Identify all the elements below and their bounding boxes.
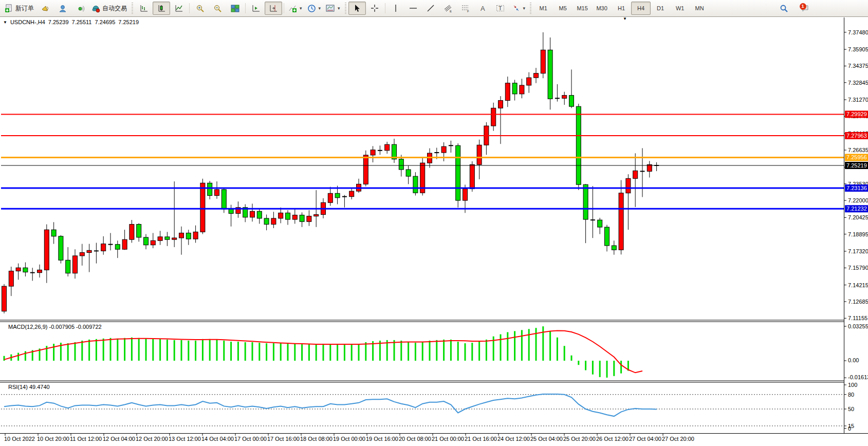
- candle-body: [562, 96, 567, 99]
- macd-tick-label: 0.032551: [848, 323, 868, 329]
- candle-body: [399, 159, 403, 170]
- zoom-in-icon: [196, 4, 205, 13]
- chart-shift-button[interactable]: [265, 2, 282, 15]
- ohlc-close: 7.25219: [118, 19, 139, 25]
- time-tick-label: 26 Oct 12:00: [596, 436, 629, 442]
- toolbar-separator: [189, 3, 190, 13]
- horn-icon: [41, 4, 50, 13]
- time-tick-label: 19 Oct 00:00: [333, 436, 365, 442]
- timeframe-button-H1[interactable]: H1: [612, 2, 631, 15]
- tile-windows-button[interactable]: [226, 2, 244, 15]
- candle-body: [619, 193, 623, 250]
- candle-body: [130, 225, 134, 240]
- candle-body: [9, 271, 13, 286]
- text-label-icon: T: [496, 4, 505, 12]
- new-order-button[interactable]: 新订单: [2, 2, 36, 15]
- search-button[interactable]: [775, 2, 792, 15]
- arrows-button[interactable]: ▾: [509, 2, 528, 15]
- candle-body: [349, 191, 354, 197]
- chart-menu-icon[interactable]: ▼: [3, 20, 7, 25]
- candle-body: [165, 237, 170, 239]
- candlestick-icon: [157, 4, 166, 12]
- candle-body: [264, 218, 269, 225]
- chart-window: 7.374807.359057.343757.328457.312707.297…: [0, 16, 868, 446]
- candle-body: [470, 164, 474, 189]
- vertical-line-icon: [392, 4, 399, 12]
- timeframe-button-M30[interactable]: M30: [592, 2, 612, 15]
- ohlc-low: 7.24695: [95, 19, 115, 25]
- time-tick-label: 21 Oct 00:00: [432, 436, 464, 442]
- price-badge-label: 7.21232: [846, 206, 867, 212]
- text-label-button[interactable]: T: [492, 2, 509, 15]
- candle-body: [23, 268, 28, 272]
- candle-body: [16, 268, 21, 271]
- candle-body: [541, 50, 545, 73]
- timeframe-button-H4[interactable]: H4: [631, 2, 651, 15]
- timeframe-button-W1[interactable]: W1: [670, 2, 690, 15]
- signals-button[interactable]: [71, 2, 89, 15]
- timeframe-button-MN[interactable]: MN: [690, 2, 709, 15]
- svg-text:F: F: [467, 10, 469, 13]
- vertical-line-button[interactable]: [387, 2, 404, 15]
- line-chart-button[interactable]: [170, 2, 188, 15]
- timeframe-button-D1[interactable]: D1: [651, 2, 670, 15]
- price-tick-label: 7.37480: [848, 29, 868, 35]
- chart-symbol-timeframe: USDCNH-,H4: [10, 19, 45, 25]
- candle-body: [292, 215, 297, 219]
- clock-icon: [307, 4, 316, 13]
- horizontal-line-button[interactable]: [404, 2, 422, 15]
- candle-body: [229, 209, 233, 213]
- rsi-tick-label: 50: [848, 406, 854, 412]
- price-tick-label: 7.20425: [848, 214, 868, 220]
- text-button[interactable]: A: [474, 2, 492, 15]
- dropdown-caret-icon: ▾: [319, 6, 321, 11]
- autotrade-button[interactable]: 自动交易: [89, 2, 130, 15]
- indicators-icon: [288, 4, 297, 13]
- community-button[interactable]: [54, 2, 71, 15]
- candle-body: [137, 225, 141, 237]
- candle-body: [371, 150, 375, 155]
- zoom-in-button[interactable]: [191, 2, 209, 15]
- timeframe-button-M1[interactable]: M1: [533, 2, 553, 15]
- time-tick-label: 27 Oct 20:00: [662, 436, 694, 442]
- notifications-button[interactable]: 1: [797, 2, 814, 15]
- indicators-button[interactable]: ▾: [286, 2, 305, 15]
- bar-chart-button[interactable]: [135, 2, 153, 15]
- time-tick-label: 17 Oct 00:00: [234, 436, 267, 442]
- templates-button[interactable]: ▾: [323, 2, 343, 15]
- price-tick-label: 7.15790: [848, 265, 868, 271]
- candle-body: [144, 237, 149, 245]
- price-chart[interactable]: 7.374807.359057.343757.328457.312707.297…: [0, 16, 868, 446]
- chart-title: ▼ USDCNH-,H4 7.25239 7.25511 7.24695 7.2…: [3, 19, 140, 25]
- candle-body: [115, 245, 120, 250]
- alerts-button[interactable]: [36, 2, 54, 15]
- fibonacci-button[interactable]: F: [457, 2, 474, 15]
- dropdown-caret-icon: ▾: [338, 6, 340, 11]
- auto-scroll-icon: [251, 4, 261, 12]
- equidistant-channel-button[interactable]: E: [439, 2, 457, 15]
- periods-button[interactable]: ▾: [305, 2, 324, 15]
- time-tick-label: 27 Oct 04:00: [629, 436, 661, 442]
- candle-body: [38, 270, 42, 272]
- timeframe-button-M15[interactable]: M15: [572, 2, 592, 15]
- trendline-button[interactable]: [422, 2, 439, 15]
- line-chart-icon: [174, 4, 183, 12]
- auto-scroll-button[interactable]: [247, 2, 265, 15]
- price-badge-label: 7.25219: [846, 162, 867, 169]
- candle-body: [158, 237, 162, 240]
- candlestick-button[interactable]: [153, 2, 170, 15]
- zoom-out-button[interactable]: [209, 2, 226, 15]
- candle-body: [633, 171, 638, 178]
- candle-body: [605, 227, 610, 246]
- fibonacci-icon: F: [461, 4, 470, 13]
- price-tick-label: 7.12685: [848, 299, 868, 305]
- candle-body: [576, 106, 581, 184]
- timeframe-button-M5[interactable]: M5: [553, 2, 572, 15]
- cursor-button[interactable]: [348, 2, 366, 15]
- crosshair-button[interactable]: [366, 2, 383, 15]
- candle-body: [548, 50, 552, 99]
- price-tick-label: 7.34375: [848, 63, 868, 69]
- time-tick-label: 14 Oct 04:00: [201, 436, 234, 442]
- time-tick-label: 25 Oct 04:00: [530, 436, 563, 442]
- time-tick-label: 18 Oct 08:00: [300, 436, 333, 442]
